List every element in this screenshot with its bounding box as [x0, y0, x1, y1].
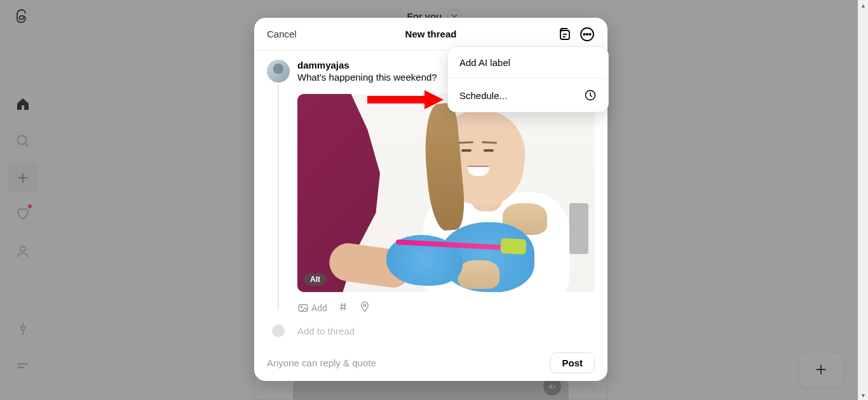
- user-avatar-small: [272, 324, 285, 337]
- add-location-button[interactable]: [359, 301, 370, 314]
- menu-item-label: Add AI label: [459, 57, 510, 68]
- more-options-button[interactable]: [580, 27, 595, 42]
- hash-icon: [337, 301, 349, 312]
- svg-point-17: [589, 33, 590, 34]
- location-icon: [359, 301, 370, 312]
- modal-title: New thread: [405, 29, 457, 39]
- more-options-menu: Add AI label Schedule...: [447, 46, 609, 112]
- svg-line-23: [341, 303, 342, 310]
- post-button[interactable]: Post: [550, 352, 595, 373]
- menu-item-label: Schedule...: [459, 90, 507, 101]
- more-icon: [580, 27, 595, 42]
- add-label: Add: [311, 303, 327, 313]
- svg-point-15: [583, 33, 585, 34]
- clock-icon: [584, 89, 597, 102]
- attached-image[interactable]: Alt: [297, 94, 595, 292]
- scroll-up-arrow[interactable]: ▴: [858, 0, 868, 10]
- modal-header: Cancel New thread Add AI label Schedule.…: [254, 18, 607, 51]
- svg-point-20: [301, 306, 302, 307]
- svg-point-25: [363, 304, 366, 307]
- svg-point-16: [587, 33, 588, 34]
- drafts-icon: [557, 27, 572, 42]
- svg-rect-11: [560, 30, 569, 39]
- add-to-thread-label: Add to thread: [297, 326, 355, 337]
- menu-item-schedule[interactable]: Schedule...: [448, 78, 608, 112]
- reply-setting-button[interactable]: Anyone can reply & quote: [267, 357, 376, 368]
- modal-footer: Anyone can reply & quote Post: [254, 344, 607, 381]
- add-media-button[interactable]: Add: [297, 302, 327, 314]
- user-avatar[interactable]: [267, 60, 290, 83]
- cancel-button[interactable]: Cancel: [267, 29, 297, 39]
- alt-text-button[interactable]: Alt: [304, 273, 327, 286]
- new-thread-modal: Cancel New thread Add AI label Schedule.…: [254, 18, 607, 381]
- drafts-button[interactable]: [557, 27, 572, 42]
- add-tag-button[interactable]: [337, 301, 349, 314]
- compose-toolbar: Add: [297, 301, 595, 314]
- scrollbar[interactable]: ▴ ▾: [858, 0, 868, 400]
- svg-line-24: [344, 303, 345, 310]
- menu-item-ai-label[interactable]: Add AI label: [448, 47, 608, 78]
- scroll-down-arrow[interactable]: ▾: [858, 390, 868, 400]
- image-icon: [297, 302, 309, 314]
- thread-line: [278, 85, 279, 309]
- add-to-thread-row[interactable]: Add to thread: [267, 324, 595, 337]
